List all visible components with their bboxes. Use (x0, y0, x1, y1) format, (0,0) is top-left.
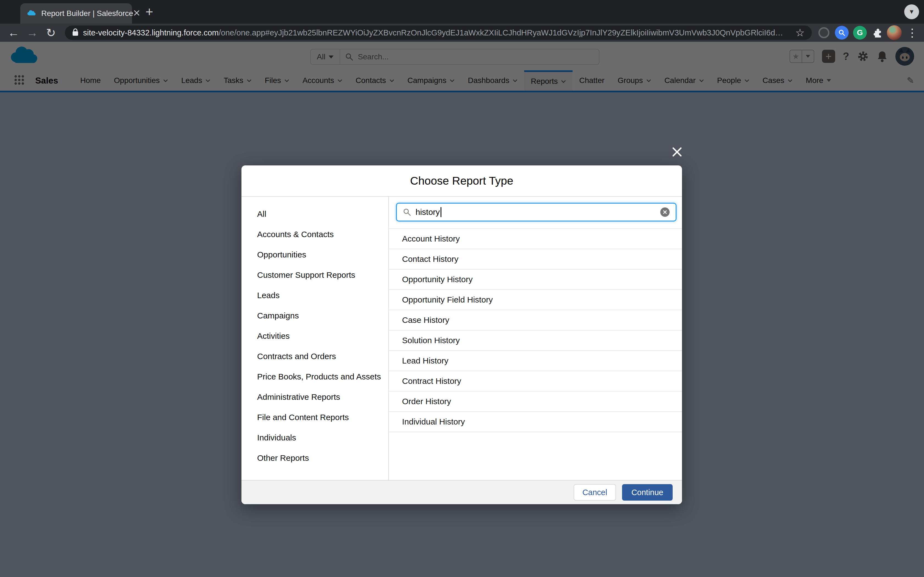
category-contracts-orders[interactable]: Contracts and Orders (241, 346, 388, 366)
tab-close-icon[interactable] (133, 9, 140, 18)
lock-icon (72, 28, 79, 37)
browser-tab[interactable]: Report Builder | Salesforce (20, 3, 132, 24)
back-icon[interactable]: ← (6, 24, 21, 42)
bookmark-star-icon[interactable]: ☆ (795, 27, 804, 39)
report-type-individual-history[interactable]: Individual History (389, 411, 682, 432)
continue-button[interactable]: Continue (622, 484, 673, 501)
report-type-contract-history[interactable]: Contract History (389, 371, 682, 391)
dialog-title: Choose Report Type (410, 174, 513, 187)
report-type-contact-history[interactable]: Contact History (389, 249, 682, 269)
forward-icon[interactable]: → (25, 24, 40, 42)
tab-search-button[interactable]: ▼ (904, 5, 919, 19)
extension-grammarly-icon[interactable]: G (852, 24, 868, 42)
category-all[interactable]: All (241, 204, 388, 224)
category-file-content-reports[interactable]: File and Content Reports (241, 407, 388, 427)
dialog-header: Choose Report Type (241, 165, 682, 197)
report-type-order-history[interactable]: Order History (389, 391, 682, 411)
category-price-books-products-assets[interactable]: Price Books, Products and Assets (241, 366, 388, 387)
report-type-account-history[interactable]: Account History (389, 228, 682, 249)
extensions-puzzle-icon[interactable] (870, 24, 884, 42)
category-activities[interactable]: Activities (241, 326, 388, 346)
report-type-search-input[interactable]: history (396, 203, 677, 221)
browser-menu-icon[interactable]: ⋮ (905, 24, 919, 42)
salesforce-favicon-icon (26, 9, 36, 18)
report-type-categories: All Accounts & Contacts Opportunities Cu… (241, 197, 389, 480)
browser-profile-avatar[interactable] (886, 24, 903, 42)
extension-search-icon[interactable] (834, 24, 850, 42)
report-type-case-history[interactable]: Case History (389, 309, 682, 330)
report-type-opportunity-history[interactable]: Opportunity History (389, 269, 682, 289)
category-customer-support-reports[interactable]: Customer Support Reports (241, 265, 388, 285)
url-path: /one/one.app#eyJjb21wb25lbnREZWYiOiJyZXB… (219, 28, 792, 37)
reload-icon[interactable]: ↻ (44, 24, 58, 42)
screen: Report Builder | Salesforce + ▼ ← → ↻ si… (0, 0, 924, 577)
url-domain: site-velocity-84332.lightning.force.com (83, 28, 219, 37)
dialog-footer: Cancel Continue (241, 480, 682, 504)
choose-report-type-dialog: Choose Report Type All Accounts & Contac… (241, 165, 682, 504)
new-tab-button[interactable]: + (142, 4, 157, 19)
url-bar[interactable]: site-velocity-84332.lightning.force.com … (65, 26, 812, 40)
tab-title: Report Builder | Salesforce (41, 9, 133, 18)
browser-tab-strip: Report Builder | Salesforce + ▼ (0, 0, 924, 24)
search-input-value: history (415, 208, 440, 217)
browser-toolbar: ← → ↻ site-velocity-84332.lightning.forc… (0, 24, 924, 42)
category-leads[interactable]: Leads (241, 285, 388, 306)
report-type-results-list: Account History Contact History Opportun… (389, 228, 682, 432)
category-other-reports[interactable]: Other Reports (241, 448, 388, 468)
category-administrative-reports[interactable]: Administrative Reports (241, 387, 388, 407)
modal-close-button[interactable] (672, 147, 682, 158)
category-individuals[interactable]: Individuals (241, 427, 388, 448)
dialog-body: All Accounts & Contacts Opportunities Cu… (241, 197, 682, 480)
clear-search-button[interactable] (660, 208, 670, 217)
report-type-lead-history[interactable]: Lead History (389, 350, 682, 371)
category-campaigns[interactable]: Campaigns (241, 306, 388, 326)
text-cursor (441, 207, 441, 217)
category-opportunities[interactable]: Opportunities (241, 245, 388, 265)
extension-icon-disabled[interactable] (816, 24, 832, 42)
cancel-button[interactable]: Cancel (573, 484, 616, 501)
search-icon (403, 208, 411, 216)
report-type-results-panel: history Account History Contact History … (389, 197, 682, 480)
report-type-opportunity-field-history[interactable]: Opportunity Field History (389, 289, 682, 309)
report-type-solution-history[interactable]: Solution History (389, 330, 682, 350)
category-accounts-contacts[interactable]: Accounts & Contacts (241, 224, 388, 245)
